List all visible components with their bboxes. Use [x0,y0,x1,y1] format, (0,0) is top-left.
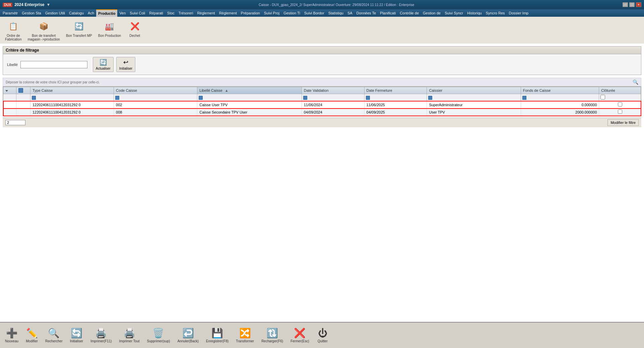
row-arrow-0 [3,101,16,109]
page-number-input[interactable] [5,120,25,125]
filter-cell-date-valid [302,94,364,101]
dechet[interactable]: ❌Dechet [125,18,145,43]
imprimer-tout-button-icon: 🖨️ [124,328,135,339]
initialiser-label: Initialiser [119,67,132,70]
menu-item-suivi-proj[interactable]: Suivi Proj [262,9,281,17]
row-cloture-cb-1[interactable] [618,110,622,114]
menu-item-règlement[interactable]: Règlement [195,9,217,17]
date-valid-filter-icon[interactable] [303,96,307,100]
title-left: DUX 2024 Enterprise ▼ [3,2,50,7]
transformer-button-icon: 🔀 [239,328,251,339]
initialiser-button[interactable]: 🔄Initialiser [68,326,85,345]
row-date-ferm-0: 11/06/2025 [364,101,427,109]
menu-item-suivi-bordor[interactable]: Suivi Bordor [302,9,326,17]
fermer-button-icon: ❌ [294,328,306,339]
menu-item-préparation[interactable]: Préparation [239,9,262,17]
bon-transfert-mag[interactable]: 📦Bon de transfertmagasin ->production [25,18,62,43]
row-caissier-0: SuperAdministrateur [427,101,521,109]
bon-transfert-mp[interactable]: 🔄Bon Transfert MP [64,18,94,43]
code-filter-icon[interactable] [115,96,119,100]
ordre-fabrication[interactable]: 📋Ordre deFabrication [3,18,24,43]
close-button[interactable]: ✕ [636,2,641,7]
menu-item-règlement[interactable]: Règlement [217,9,239,17]
menu-item-ach[interactable]: Ach [86,9,96,17]
type-filter-icon[interactable] [32,96,36,100]
minimize-button[interactable]: — [623,2,628,7]
imprimer-button[interactable]: 🖨️Imprimer(F11) [88,326,114,345]
libelle-input[interactable] [20,61,87,68]
caissier-filter-icon[interactable] [428,96,432,100]
quitter-button[interactable]: ⏻Quitter [314,326,331,345]
menu-item-gestion-ti[interactable]: Gestion Ti [281,9,302,17]
menu-item-réparati[interactable]: Réparati [147,9,165,17]
cloturee-filter-checkbox[interactable] [600,95,605,99]
table-row[interactable]: 1220240611100412031292 0 002 Caisse User… [3,101,641,109]
menu-item-stoc[interactable]: Stoc [165,9,177,17]
enregistrer-button[interactable]: 💾Enregistrer(F8) [204,326,231,345]
menu-item-syncro-res[interactable]: Syncro Res [484,9,507,17]
footer-bar: ➕Nouveau✏️Modifier🔍Rechercher🔄Initialise… [0,322,644,348]
annuler-button[interactable]: ↩️Annuler(Back) [175,326,201,345]
col-header-code: Code Caisse [114,87,197,94]
row-fonds-0: 0.000000 [521,101,599,109]
row-caissier-1: User TPV [427,109,521,116]
maximize-button[interactable]: □ [629,2,635,7]
transformer-button[interactable]: 🔀Transformer [234,326,256,345]
supprimer-button[interactable]: 🗑️Supprimer(sup) [145,326,173,345]
modifier-button[interactable]: ✏️Modifier [23,326,40,345]
row-cloture-cb-0[interactable] [618,102,622,107]
col-cloturee-label: Clôturée [601,88,615,92]
action-buttons: 🔄 Actualiser ↩ Initialiser [93,57,135,72]
menu-item-dossier-imp[interactable]: Dossier Imp [507,9,531,17]
rechercher-button[interactable]: 🔍Rechercher [43,326,65,345]
menu-item-catalogu[interactable]: Catalogu [67,9,86,17]
menu-item-gestion-sta[interactable]: Gestion Sta [20,9,43,17]
fonds-filter-icon[interactable] [522,96,526,100]
menu-item-contrôle-de[interactable]: Contrôle de [398,9,421,17]
fermer-button[interactable]: ❌Fermer(Esc) [288,326,312,345]
menu-item-suivi-coli[interactable]: Suivi Coli [128,9,147,17]
col-code-label: Code Caisse [116,88,137,92]
col-type-label: Type Caisse [33,88,53,92]
menu-item-gestion-utili[interactable]: Gestion Utili [43,9,67,17]
libelle-filter-icon[interactable] [199,96,203,100]
table-row[interactable]: 1220240611100412031292 0 008 Caisse Seco… [3,109,641,116]
nouveau-button[interactable]: ➕Nouveau [3,326,21,345]
search-icon[interactable]: 🔍 [633,79,638,85]
row-fonds-1: 2000.000000 [521,109,599,116]
recharger-button[interactable]: 🔃Recharger(F6) [259,326,285,345]
pagination-bar: Modifier le filtre [3,118,641,127]
row-arrow-1 [3,109,16,116]
imprimer-tout-button[interactable]: 🖨️Imprimer Tout [117,326,142,345]
col-group-toggle [3,87,16,94]
menu-item-suivi-syncr[interactable]: Suivi Syncr [443,9,465,17]
row-date-valid-0: 11/06/2024 [302,101,364,109]
date-ferm-filter-icon[interactable] [366,96,370,100]
tab-content: Critère de filtrage Libellé 🔄 Actualiser… [0,44,644,322]
menu-item-gestion-de[interactable]: Gestion de [421,9,443,17]
menu-item-planificati[interactable]: Planificati [378,9,398,17]
data-table: Type Caisse Code Caisse Libellé Caisse ▲… [3,87,641,116]
initialiser-button[interactable]: ↩ Initialiser [116,57,135,72]
group-toggle-icon[interactable] [5,90,8,92]
sort-icon: ▲ [225,88,229,92]
menu-item-données-te[interactable]: Données Te [355,9,378,17]
menu-item-productio[interactable]: Productio [96,9,117,17]
dropdown-arrow[interactable]: ▼ [47,2,51,7]
filter-cell-toggle [16,94,30,101]
menu-item-statistiqu[interactable]: Statistiqu [326,9,345,17]
menu-item-ven[interactable]: Ven [117,9,128,17]
menu-item-historiqu[interactable]: Historiqu [465,9,484,17]
menu-item-sa[interactable]: SA [345,9,355,17]
menu-item-trésoreri[interactable]: Trésoreri [177,9,195,17]
bon-production[interactable]: 🏭Bon Production [96,18,123,43]
col-header-caissier: Caissier [427,87,521,94]
actualiser-button[interactable]: 🔄 Actualiser [93,57,114,72]
modify-filter-button[interactable]: Modifier le filtre [607,119,639,126]
initialiser-button-icon: 🔄 [71,328,82,339]
menu-item-paramètr[interactable]: Paramètr [1,9,20,17]
filter-grid-icon[interactable] [18,88,23,93]
filter-cell-code [114,94,197,101]
row-type-1: 1220240611100412031292 0 [30,109,114,116]
actualiser-label: Actualiser [96,67,111,70]
